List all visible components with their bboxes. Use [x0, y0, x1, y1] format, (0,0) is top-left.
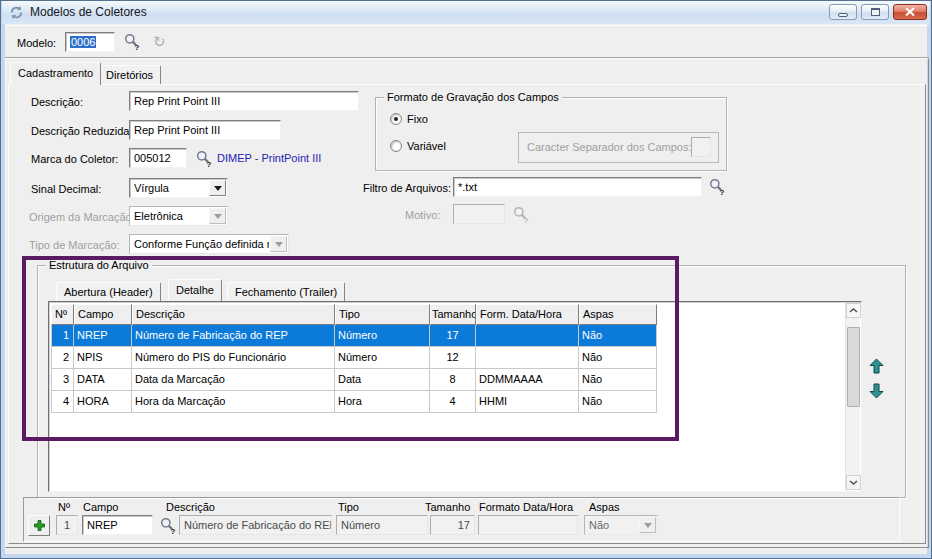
descricao-reduzida-input[interactable]: Rep Print Point III — [129, 120, 281, 140]
svg-text:?: ? — [207, 160, 212, 167]
column-header[interactable]: Nº — [51, 304, 74, 325]
column-header[interactable]: Tamanho — [430, 304, 476, 325]
filtro-arquivos-label: Filtro de Arquivos: — [363, 182, 451, 195]
fixo-radio[interactable] — [390, 113, 402, 125]
sinal-decimal-combo[interactable]: Vírgula — [129, 178, 228, 198]
column-header[interactable]: Tipo — [335, 304, 430, 325]
fixo-label: Fixo — [407, 113, 428, 126]
modelo-value: 0006 — [70, 36, 96, 48]
descricao-value: Rep Print Point III — [134, 95, 220, 107]
svg-text:?: ? — [720, 188, 725, 195]
scroll-up-button[interactable] — [846, 303, 861, 318]
editor-descricao-label: Descrição — [166, 501, 215, 514]
editor-formato-field — [478, 515, 578, 535]
move-row-down-button[interactable] — [869, 383, 884, 401]
chevron-up-icon — [849, 308, 858, 313]
scroll-thumb[interactable] — [847, 327, 860, 407]
table-row[interactable]: 1 NREP Número de Fabricação do REP Númer… — [51, 325, 657, 347]
chevron-down-icon — [270, 236, 287, 252]
editor-aspas-label: Aspas — [589, 501, 620, 514]
motivo-input — [453, 204, 505, 224]
formato-gravacao-title: Formato de Gravação dos Campos — [384, 91, 562, 104]
tipo-marcacao-label: Tipo de Marcação: — [29, 239, 120, 252]
editor-tamanho-field: 17 — [430, 515, 475, 535]
tab-label: Detalhe — [176, 284, 214, 296]
origem-marcacao-label: Origem da Marcação: — [29, 211, 135, 224]
sinal-decimal-value: Vírgula — [134, 181, 208, 196]
variavel-radio[interactable] — [390, 140, 402, 152]
arrow-up-icon — [869, 358, 884, 374]
tab-cadastramento[interactable]: Cadastramento — [10, 62, 101, 85]
editor-tipo-label: Tipo — [338, 501, 359, 514]
filtro-arquivos-value: *.txt — [458, 181, 477, 193]
minimize-button[interactable] — [829, 4, 857, 20]
add-field-button[interactable] — [28, 515, 50, 536]
chevron-down-icon — [209, 208, 226, 224]
editor-aspas-combo: Não — [584, 515, 658, 535]
tab-label: Abertura (Header) — [64, 286, 153, 298]
window-title: Modelos de Coletores — [30, 5, 147, 19]
separador-label: Caracter Separador dos Campos: — [527, 141, 691, 154]
tab-abertura-header[interactable]: Abertura (Header) — [56, 282, 161, 301]
move-row-up-button[interactable] — [869, 358, 884, 376]
column-header[interactable]: Descrição — [132, 304, 335, 325]
separador-panel: Caracter Separador dos Campos: — [518, 132, 719, 163]
column-header[interactable]: Form. Data/Hora — [476, 304, 579, 325]
maximize-icon — [871, 8, 880, 16]
refresh-icon[interactable]: ↻ — [153, 34, 166, 49]
search-icon[interactable]: ? — [123, 33, 140, 50]
editor-aspas-value: Não — [589, 518, 638, 533]
toolbar: Modelo: 0006 ? ↻ — [5, 25, 929, 58]
chevron-down-icon — [639, 517, 656, 533]
table-row[interactable]: 3 DATA Data da Marcação Data 8 DDMMAAAA … — [51, 369, 657, 391]
grid-header: Nº Campo Descrição Tipo Tamanho Form. Da… — [51, 304, 657, 325]
search-icon[interactable]: ? — [195, 150, 212, 167]
tab-diretorios[interactable]: Diretórios — [98, 65, 161, 84]
modelo-input[interactable]: 0006 — [65, 32, 115, 52]
chevron-down-icon[interactable] — [209, 180, 226, 196]
formato-gravacao-group: Formato de Gravação dos Campos Fixo Vari… — [375, 97, 727, 171]
motivo-label: Motivo: — [405, 209, 440, 222]
descricao-input[interactable]: Rep Print Point III — [129, 91, 359, 111]
descricao-reduzida-label: Descrição Reduzida: — [31, 125, 133, 138]
editor-num-field: 1 — [56, 515, 78, 535]
editor-campo-input[interactable]: NREP — [82, 515, 153, 535]
filtro-arquivos-input[interactable]: *.txt — [453, 177, 702, 197]
separador-input — [691, 137, 711, 157]
close-icon — [904, 7, 916, 17]
estrutura-grid: Nº Campo Descrição Tipo Tamanho Form. Da… — [48, 301, 862, 492]
search-icon[interactable]: ? — [159, 517, 176, 534]
tab-fechamento-trailer[interactable]: Fechamento (Trailer) — [227, 282, 345, 301]
tipo-marcacao-combo: Conforme Função definida no — [129, 234, 289, 254]
editor-formato-label: Formato Data/Hora — [479, 501, 573, 514]
vertical-scrollbar[interactable] — [845, 303, 860, 490]
arrow-down-icon — [869, 383, 884, 399]
maximize-button[interactable] — [861, 4, 889, 20]
editor-descricao-field: Número de Fabricação do REP — [179, 515, 332, 535]
marca-coletor-link[interactable]: DIMEP - PrintPoint III — [217, 152, 321, 165]
grid-table: Nº Campo Descrição Tipo Tamanho Form. Da… — [51, 304, 657, 413]
close-button[interactable] — [893, 4, 927, 20]
column-header[interactable]: Aspas — [579, 304, 657, 325]
descricao-label: Descrição: — [31, 96, 83, 109]
editor-tipo-field: Número — [336, 515, 428, 535]
titlebar: Modelos de Coletores — [2, 1, 930, 24]
editor-tamanho-value: 17 — [458, 519, 470, 531]
editor-tipo-value: Número — [341, 519, 380, 531]
origem-marcacao-value: Eletrônica — [134, 209, 208, 224]
sinal-decimal-label: Sinal Decimal: — [31, 183, 101, 196]
plus-icon — [34, 520, 45, 531]
table-row[interactable]: 4 HORA Hora da Marcação Hora 4 HHMI Não — [51, 391, 657, 413]
scroll-down-button[interactable] — [846, 475, 861, 490]
modelo-label: Modelo: — [17, 37, 56, 50]
table-row[interactable]: 2 NPIS Número do PIS do Funcionário Núme… — [51, 347, 657, 369]
column-header[interactable]: Campo — [74, 304, 132, 325]
window: Modelos de Coletores Modelo: 0006 ? ↻ — [0, 0, 932, 559]
minimize-icon — [838, 13, 848, 17]
estrutura-arquivo-title: Estrutura do Arquivo — [46, 259, 152, 272]
marca-coletor-input[interactable]: 005012 — [129, 148, 187, 168]
descricao-reduzida-value: Rep Print Point III — [134, 124, 220, 136]
search-icon[interactable]: ? — [708, 178, 725, 195]
tab-detalhe[interactable]: Detalhe — [168, 279, 222, 301]
origem-marcacao-combo: Eletrônica — [129, 206, 228, 226]
